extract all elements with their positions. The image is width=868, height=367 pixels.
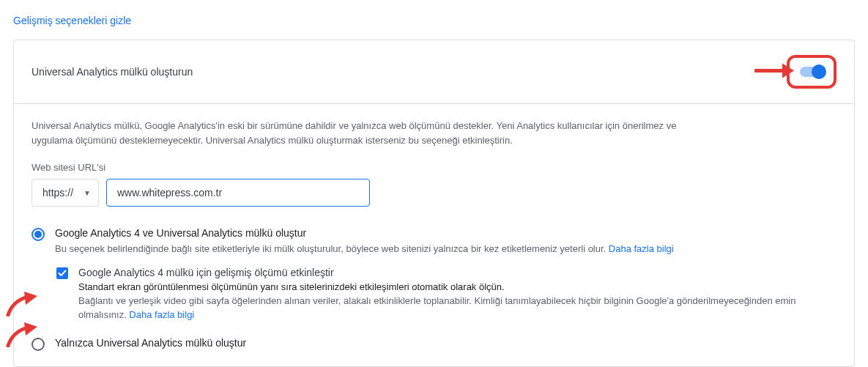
enhanced-label: Google Analytics 4 mülkü için gelişmiş ö… (78, 267, 837, 278)
annotation-arrow-toggle (754, 62, 794, 82)
enhanced-bold: Standart ekran görüntülenmesi ölçümünün … (78, 281, 837, 292)
radio-ua-only-label: Yalnızca Universal Analytics mülkü oluşt… (55, 337, 837, 349)
panel-header: Universal Analytics mülkü oluşturun (14, 40, 854, 104)
radio-option-ua-only: Yalnızca Universal Analytics mülkü oluşt… (31, 337, 837, 352)
radio-both-label: Google Analytics 4 ve Universal Analytic… (55, 227, 837, 239)
hide-advanced-link[interactable]: Gelişmiş seçenekleri gizle (13, 15, 131, 26)
enhanced-checkbox[interactable] (56, 267, 68, 279)
chevron-down-icon: ▼ (84, 189, 91, 197)
ua-toggle[interactable] (800, 67, 823, 77)
url-row: https:// ▼ (31, 179, 837, 207)
radio-both[interactable] (31, 228, 45, 241)
enhanced-content: Google Analytics 4 mülkü için gelişmiş ö… (78, 267, 837, 322)
enhanced-sub: Bağlantı ve yerleşik video gibi sayfa öğ… (78, 294, 837, 322)
toggle-highlight (787, 55, 837, 89)
panel-body: Universal Analytics mülkü, Google Analyt… (14, 104, 854, 366)
url-input[interactable] (106, 179, 370, 207)
svg-marker-1 (782, 64, 794, 78)
panel-description: Universal Analytics mülkü, Google Analyt… (31, 119, 691, 147)
learn-more-both[interactable]: Daha fazla bilgi (609, 243, 674, 254)
radio-both-sub: Bu seçenek belirlendiğinde bağlı site et… (55, 242, 837, 256)
radio-both-content: Google Analytics 4 ve Universal Analytic… (55, 227, 837, 256)
radio-option-both: Google Analytics 4 ve Universal Analytic… (31, 227, 837, 322)
panel-title: Universal Analytics mülkü oluşturun (31, 66, 193, 78)
ua-panel: Universal Analytics mülkü oluşturun (13, 40, 855, 367)
url-field-label: Web sitesi URL'si (31, 162, 837, 173)
radio-group: Google Analytics 4 ve Universal Analytic… (31, 227, 837, 352)
enhanced-checkbox-row: Google Analytics 4 mülkü için gelişmiş ö… (56, 267, 837, 322)
check-icon (57, 268, 67, 278)
toggle-knob (812, 64, 826, 79)
protocol-select[interactable]: https:// ▼ (31, 179, 99, 207)
protocol-value: https:// (42, 187, 73, 199)
learn-more-enhanced[interactable]: Daha fazla bilgi (129, 309, 194, 320)
radio-ua-only[interactable] (31, 338, 45, 351)
